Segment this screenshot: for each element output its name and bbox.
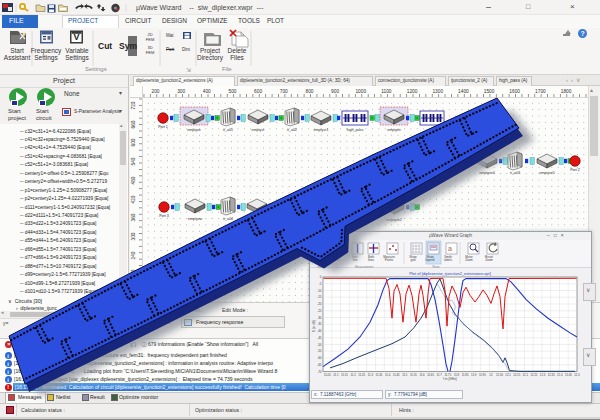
svg-text:-65: -65: [317, 363, 322, 367]
svg-text:11.05: 11.05: [324, 373, 331, 377]
svg-text:12.3: 12.3: [540, 373, 546, 377]
svg-text:11.15: 11.15: [341, 373, 348, 377]
svg-text:-70: -70: [317, 370, 322, 374]
svg-text:-40: -40: [317, 329, 322, 333]
svg-text:11.45: 11.45: [393, 373, 400, 377]
svg-text:12: 12: [489, 373, 493, 377]
svg-text:11.75: 11.75: [444, 373, 451, 377]
svg-text:11.25: 11.25: [358, 373, 365, 377]
svg-text:12.2: 12.2: [523, 373, 529, 377]
svg-text:11.65: 11.65: [427, 373, 434, 377]
svg-text:-25: -25: [317, 309, 322, 313]
svg-text:12.35: 12.35: [548, 373, 555, 377]
svg-text:11.1: 11.1: [333, 373, 339, 377]
svg-text:-30: -30: [317, 316, 322, 320]
svg-text:-15: -15: [317, 295, 322, 299]
svg-text:12.45: 12.45: [565, 373, 572, 377]
svg-text:12.4: 12.4: [557, 373, 563, 377]
svg-text:-35: -35: [317, 322, 322, 326]
svg-text:11.85: 11.85: [462, 373, 469, 377]
svg-text:12.25: 12.25: [530, 373, 537, 377]
svg-text:12.05: 12.05: [496, 373, 503, 377]
svg-text:S (in dB): S (in dB): [312, 320, 316, 332]
svg-text:-50: -50: [317, 343, 322, 347]
svg-text:11.7: 11.7: [437, 373, 443, 377]
svg-text:-20: -20: [317, 302, 322, 306]
svg-text:11.8: 11.8: [454, 373, 460, 377]
svg-text:11.4: 11.4: [385, 373, 391, 377]
svg-text:11.3: 11.3: [368, 373, 374, 377]
svg-text:11.2: 11.2: [350, 373, 356, 377]
svg-text:f in [GHz]: f in [GHz]: [443, 377, 456, 381]
svg-text:-45: -45: [317, 336, 322, 340]
svg-text:-10: -10: [317, 289, 322, 293]
svg-text:-60: -60: [317, 356, 322, 360]
svg-text:12.5: 12.5: [574, 373, 580, 377]
svg-text:11.5: 11.5: [402, 373, 408, 377]
svg-text:11.95: 11.95: [479, 373, 486, 377]
svg-text:12.15: 12.15: [513, 373, 520, 377]
svg-text:12.1: 12.1: [505, 373, 511, 377]
svg-text:-5: -5: [319, 282, 322, 286]
svg-text:11.35: 11.35: [376, 373, 383, 377]
svg-text:11.6: 11.6: [419, 373, 425, 377]
svg-text:0: 0: [320, 275, 322, 279]
svg-text:-55: -55: [317, 349, 322, 353]
svg-text:11.9: 11.9: [471, 373, 477, 377]
svg-text:11.55: 11.55: [410, 373, 417, 377]
